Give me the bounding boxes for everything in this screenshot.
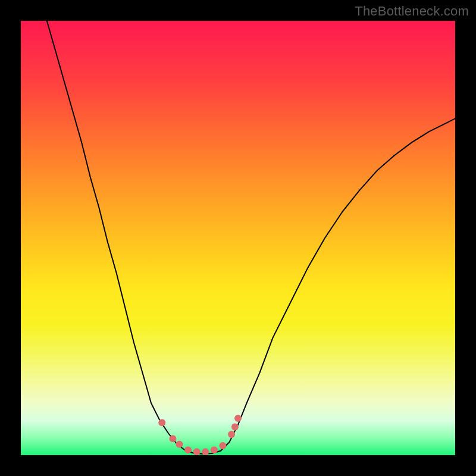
bottleneck-curve (47, 21, 455, 454)
chart-svg (21, 21, 455, 455)
data-marker (231, 424, 239, 431)
data-marker (211, 446, 218, 453)
data-marker (158, 419, 165, 426)
data-marker (193, 448, 201, 455)
data-markers (158, 415, 242, 455)
curve-lines (47, 21, 455, 454)
watermark-label: TheBottleneck.com (355, 4, 469, 19)
data-marker (176, 441, 183, 448)
data-marker (184, 446, 192, 453)
chart-container: TheBottleneck.com (0, 0, 476, 476)
data-marker (228, 431, 235, 438)
plot-area (21, 21, 455, 455)
data-marker (170, 435, 177, 442)
data-marker (219, 442, 226, 449)
data-marker (234, 415, 242, 422)
data-marker (202, 448, 209, 455)
